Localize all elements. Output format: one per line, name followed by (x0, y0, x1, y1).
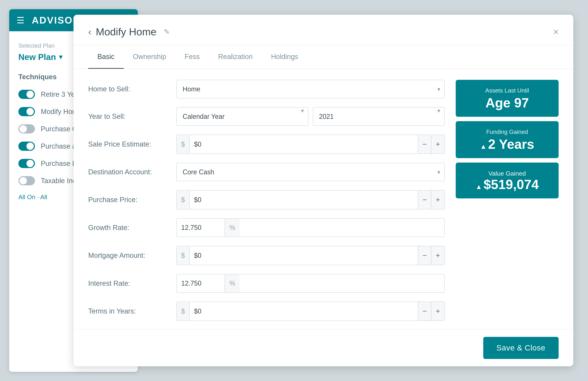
sale-price-decrement-button[interactable]: − (418, 135, 431, 154)
modal-body: Home to Sell: Home Vacation Home Investm… (74, 69, 573, 329)
tabs: Basic Ownership Fess Realization Holding… (74, 45, 573, 69)
modal-header-left: ‹ Modify Home ✎ (88, 26, 170, 38)
tab-fess[interactable]: Fess (175, 45, 209, 69)
edit-icon[interactable]: ✎ (164, 28, 170, 36)
year-to-sell-row: Year to Sell: Calendar Year Fiscal Year … (88, 107, 445, 126)
technique-retire-toggle[interactable] (18, 90, 35, 99)
purchase-price-decrement-button[interactable]: − (418, 190, 431, 209)
sale-price-input[interactable] (190, 135, 418, 153)
period-select[interactable]: Calendar Year Fiscal Year (176, 107, 308, 126)
save-close-button[interactable]: Save & Close (483, 337, 559, 359)
growth-rate-label: Growth Rate: (88, 224, 169, 232)
funding-gained-card: Funding Gained ▲2 Years (456, 121, 559, 158)
interest-rate-input[interactable] (177, 274, 225, 292)
value-gained-label: Value Gained (464, 170, 550, 177)
mortgage-amount-label: Mortgage Amount: (88, 251, 169, 259)
home-to-sell-control: Home Vacation Home Investment Property ▾ (176, 80, 445, 98)
assets-last-label: Assets Last Until (464, 87, 550, 94)
close-button[interactable]: × (553, 26, 559, 37)
assets-last-card: Assets Last Until Age 97 (456, 80, 559, 117)
home-to-sell-label: Home to Sell: (88, 85, 169, 93)
destination-account-label: Destination Account: (88, 168, 169, 176)
home-to-sell-select[interactable]: Home Vacation Home Investment Property (176, 80, 445, 98)
terms-in-years-increment-button[interactable]: + (431, 302, 444, 320)
modal-header: ‹ Modify Home ✎ × (74, 15, 573, 45)
value-gained-value: ▲$519,074 (464, 178, 550, 191)
form-section: Home to Sell: Home Vacation Home Investm… (88, 80, 445, 318)
interest-rate-label: Interest Rate: (88, 279, 169, 287)
terms-in-years-currency-icon: $ (177, 302, 190, 320)
tab-ownership[interactable]: Ownership (124, 45, 175, 69)
funding-gained-arrow-icon: ▲ (480, 143, 487, 150)
terms-in-years-input[interactable] (190, 302, 418, 320)
growth-rate-control: % (176, 218, 445, 237)
sale-price-increment-button[interactable]: + (431, 135, 444, 154)
year-select-wrap: 2020 2021 2022 2023 2024 ▾ (313, 107, 445, 126)
year-to-sell-control: Calendar Year Fiscal Year ▾ 2020 2021 20… (176, 107, 445, 126)
stats-panel: Assets Last Until Age 97 Funding Gained … (456, 80, 559, 318)
purchase-price-label: Purchase Price: (88, 196, 169, 204)
modal: ‹ Modify Home ✎ × Basic Ownership Fess R… (74, 15, 573, 366)
modal-title: Modify Home (96, 26, 156, 38)
year-select[interactable]: 2020 2021 2022 2023 2024 (313, 107, 445, 126)
tab-realization[interactable]: Realization (209, 45, 262, 69)
technique-purchase-boat-toggle[interactable] (18, 142, 35, 151)
interest-rate-percent-icon: % (225, 274, 240, 292)
interest-rate-row: Interest Rate: % (88, 274, 445, 293)
mortgage-amount-row: Mortgage Amount: $ − + (88, 246, 445, 265)
mortgage-amount-input[interactable] (190, 247, 418, 265)
home-to-sell-row: Home to Sell: Home Vacation Home Investm… (88, 80, 445, 98)
sidebar-title: ADVISOR (32, 15, 81, 26)
technique-purchase-car-toggle[interactable] (18, 124, 35, 134)
destination-account-row: Destination Account: Core Cash Savings I… (88, 163, 445, 181)
mortgage-amount-increment-button[interactable]: + (431, 246, 444, 265)
sale-price-label: Sale Price Estimate: (88, 140, 169, 148)
growth-rate-row: Growth Rate: % (88, 218, 445, 237)
technique-taxable-income-toggle[interactable] (18, 176, 35, 185)
mortgage-amount-currency-icon: $ (177, 247, 190, 265)
destination-account-control: Core Cash Savings Investment ▾ (176, 163, 445, 181)
terms-in-years-decrement-button[interactable]: − (418, 302, 431, 320)
destination-account-select[interactable]: Core Cash Savings Investment (176, 163, 445, 181)
terms-in-years-label: Terms in Years: (88, 307, 169, 315)
terms-in-years-control: $ − + (176, 302, 445, 321)
sale-price-currency-icon: $ (177, 135, 190, 153)
sale-price-row: Sale Price Estimate: $ − + (88, 134, 445, 154)
tab-holdings[interactable]: Holdings (262, 45, 307, 69)
terms-in-years-row: Terms in Years: $ − + (88, 302, 445, 321)
purchase-price-currency-icon: $ (177, 191, 190, 209)
purchase-price-increment-button[interactable]: + (431, 190, 444, 209)
growth-rate-input[interactable] (177, 219, 225, 237)
interest-rate-control: % (176, 274, 445, 293)
funding-gained-value: ▲2 Years (464, 137, 550, 151)
mortgage-amount-decrement-button[interactable]: − (418, 246, 431, 265)
value-gained-arrow-icon: ▲ (476, 183, 482, 190)
sale-price-control: $ − + (176, 134, 445, 154)
funding-gained-label: Funding Gained (464, 129, 550, 135)
purchase-price-input[interactable] (190, 191, 418, 209)
period-select-wrap: Calendar Year Fiscal Year ▾ (176, 107, 308, 126)
growth-rate-percent-icon: % (225, 219, 240, 237)
plan-chevron-down-icon: ▾ (59, 53, 62, 61)
menu-icon[interactable]: ☰ (17, 15, 24, 25)
technique-modify-home-toggle[interactable] (18, 107, 35, 116)
year-to-sell-label: Year to Sell: (88, 112, 169, 120)
tab-basic[interactable]: Basic (88, 45, 124, 69)
purchase-price-control: $ − + (176, 190, 445, 209)
technique-purchase-business-toggle[interactable] (18, 159, 35, 168)
purchase-price-row: Purchase Price: $ − + (88, 190, 445, 209)
assets-last-value: Age 97 (464, 96, 550, 110)
mortgage-amount-control: $ − + (176, 246, 445, 265)
value-gained-card: Value Gained ▲$519,074 (456, 162, 559, 198)
back-button[interactable]: ‹ (88, 26, 91, 37)
modal-footer: Save & Close (74, 329, 573, 366)
